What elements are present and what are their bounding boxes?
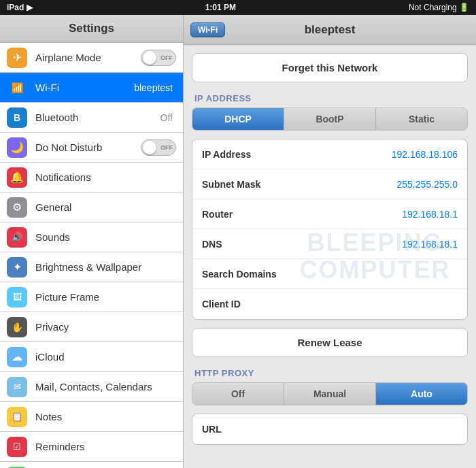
tab-bootp[interactable]: BootP — [284, 108, 376, 130]
search-domains-row[interactable]: Search Domains — [192, 259, 467, 289]
router-value: 192.168.18.1 — [304, 209, 458, 220]
sidebar-item-reminders[interactable]: ☑ Reminders — [0, 432, 183, 462]
notes-icon: 📋 — [7, 407, 27, 427]
reminders-icon: ☑ — [7, 437, 27, 457]
wifi-back-badge[interactable]: Wi-Fi — [190, 22, 225, 37]
icloud-icon: ☁ — [7, 347, 27, 367]
ip-tabs: DHCP BootP Static — [192, 107, 468, 131]
mail-label: Mail, Contacts, Calendars — [35, 381, 176, 392]
sidebar-item-icloud[interactable]: ☁ iCloud — [0, 342, 183, 372]
tab-static[interactable]: Static — [376, 108, 467, 130]
sidebar-item-dnd[interactable]: 🌙 Do Not Disturb OFF — [0, 133, 183, 163]
status-right: Not Charging 🔋 — [409, 3, 469, 12]
dnd-toggle-label: OFF — [160, 144, 173, 151]
right-header-title: bleeptest — [305, 23, 356, 37]
bluetooth-value: Off — [160, 112, 173, 123]
status-left: iPad ▶ — [7, 3, 33, 12]
router-label: Router — [202, 209, 304, 220]
sidebar-item-privacy[interactable]: ✋ Privacy — [0, 312, 183, 342]
http-proxy-tabs: Off Manual Auto — [192, 382, 468, 405]
sidebar-item-mail[interactable]: ✉ Mail, Contacts, Calendars — [0, 372, 183, 402]
brightness-icon: ✦ — [7, 257, 27, 278]
sidebar-item-airplane-mode[interactable]: ✈ Airplane Mode OFF — [0, 43, 183, 73]
dnd-label: Do Not Disturb — [35, 141, 141, 153]
ip-address-row: IP Address 192.168.18.106 — [192, 139, 467, 169]
sidebar-item-sounds[interactable]: 🔊 Sounds — [0, 222, 183, 252]
wifi-value: bleeptest — [134, 82, 173, 93]
general-label: General — [35, 201, 176, 213]
renew-lease-button[interactable]: Renew Lease — [192, 328, 468, 357]
right-content: BLEEPING COMPUTER Forget this Network IP… — [184, 45, 476, 468]
tab-off[interactable]: Off — [192, 383, 284, 405]
ip-section-title: IP Address — [192, 93, 468, 103]
sidebar-item-wifi[interactable]: 📶 Wi-Fi bleeptest — [0, 73, 183, 103]
dns-row: DNS 192.168.18.1 — [192, 229, 467, 259]
subnet-mask-row: Subnet Mask 255.255.255.0 — [192, 169, 467, 199]
sidebar-item-general[interactable]: ⚙ General — [0, 193, 183, 222]
ip-address-value: 192.168.18.106 — [304, 149, 458, 160]
notifications-icon: 🔔 — [7, 167, 27, 188]
picture-frame-icon: 🖼 — [7, 287, 27, 307]
airplane-toggle[interactable]: OFF — [141, 50, 176, 66]
notifications-label: Notifications — [35, 171, 176, 183]
dnd-toggle-knob — [143, 141, 156, 154]
dnd-toggle[interactable]: OFF — [141, 139, 176, 156]
picture-frame-label: Picture Frame — [35, 291, 176, 303]
ip-info-card: IP Address 192.168.18.106 Subnet Mask 25… — [192, 139, 468, 320]
toggle-knob — [143, 51, 156, 65]
privacy-icon: ✋ — [7, 317, 27, 337]
notes-label: Notes — [35, 411, 176, 422]
wifi-icon: 📶 — [7, 78, 27, 98]
status-time: 1:01 PM — [205, 3, 236, 12]
forget-network-button[interactable]: Forget this Network — [192, 53, 468, 82]
sidebar-item-picture-frame[interactable]: 🖼 Picture Frame — [0, 282, 183, 312]
dns-value: 192.168.18.1 — [304, 239, 458, 250]
subnet-mask-label: Subnet Mask — [202, 179, 304, 190]
airplane-icon: ✈ — [7, 48, 27, 68]
reminders-label: Reminders — [35, 441, 176, 452]
sidebar-item-notifications[interactable]: 🔔 Notifications — [0, 163, 183, 193]
client-id-label: Client ID — [202, 299, 304, 310]
url-row[interactable]: URL — [192, 414, 467, 444]
wifi-label: Wi-Fi — [35, 82, 134, 93]
airplane-label: Airplane Mode — [35, 52, 141, 63]
http-proxy-title: HTTP Proxy — [192, 368, 468, 378]
client-id-row[interactable]: Client ID — [192, 289, 467, 319]
url-label: URL — [202, 424, 304, 435]
sounds-icon: 🔊 — [7, 227, 27, 248]
bluetooth-icon: B — [7, 107, 27, 128]
toggle-off-label: OFF — [160, 54, 173, 61]
sidebar-item-bluetooth[interactable]: B Bluetooth Off — [0, 103, 183, 133]
dns-label: DNS — [202, 239, 304, 250]
brightness-label: Brightness & Wallpaper — [35, 261, 176, 273]
right-header: Wi-Fi bleeptest — [184, 15, 476, 45]
search-domains-label: Search Domains — [202, 269, 304, 280]
right-panel: Wi-Fi bleeptest BLEEPING COMPUTER Forget… — [184, 15, 476, 468]
sidebar-item-messages[interactable]: 💬 Messages — [0, 462, 183, 468]
tab-dhcp[interactable]: DHCP — [192, 108, 284, 130]
dnd-icon: 🌙 — [7, 137, 27, 158]
router-row: Router 192.168.18.1 — [192, 199, 467, 229]
main-content: Settings ✈ Airplane Mode OFF 📶 Wi-Fi ble… — [0, 15, 476, 468]
tab-manual[interactable]: Manual — [284, 383, 376, 405]
url-card: URL — [192, 414, 468, 445]
ip-address-label: IP Address — [202, 149, 304, 160]
sidebar: Settings ✈ Airplane Mode OFF 📶 Wi-Fi ble… — [0, 15, 184, 468]
sounds-label: Sounds — [35, 231, 176, 243]
sidebar-item-notes[interactable]: 📋 Notes — [0, 402, 183, 432]
privacy-label: Privacy — [35, 321, 176, 333]
bluetooth-label: Bluetooth — [35, 112, 160, 123]
sidebar-title: Settings — [0, 15, 183, 43]
status-bar: iPad ▶ 1:01 PM Not Charging 🔋 — [0, 0, 476, 15]
general-icon: ⚙ — [7, 197, 27, 218]
tab-auto[interactable]: Auto — [376, 383, 467, 405]
mail-icon: ✉ — [7, 377, 27, 397]
sidebar-item-brightness[interactable]: ✦ Brightness & Wallpaper — [0, 252, 183, 282]
subnet-mask-value: 255.255.255.0 — [304, 179, 458, 190]
icloud-label: iCloud — [35, 351, 176, 363]
